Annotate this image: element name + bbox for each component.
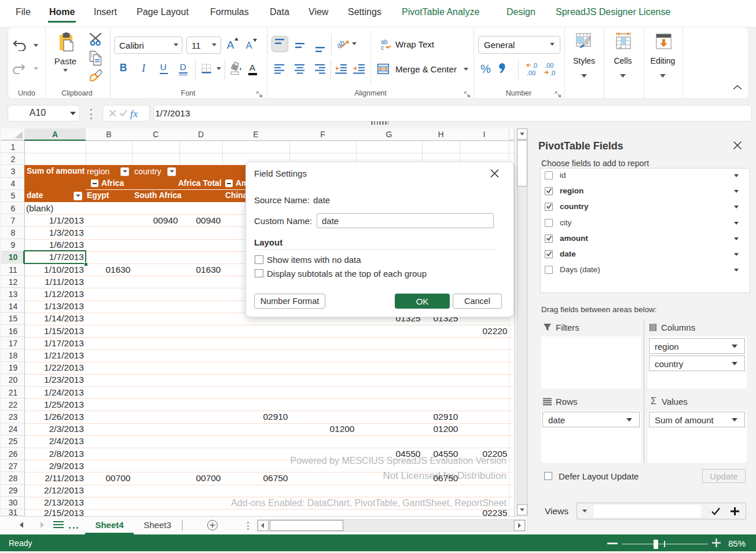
- svg-text:.0: .0: [550, 69, 555, 76]
- svg-text:.00: .00: [545, 62, 553, 69]
- svg-text:c: c: [381, 44, 384, 50]
- svg-text:.0: .0: [532, 62, 537, 69]
- svg-text:.00: .00: [527, 69, 535, 76]
